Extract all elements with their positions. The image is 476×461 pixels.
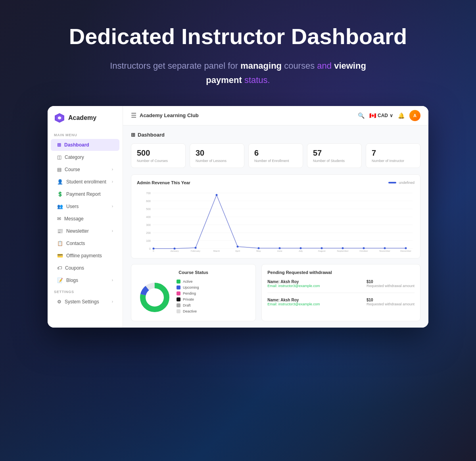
sidebar-item-dashboard[interactable]: ⊞ Dashboard bbox=[51, 139, 119, 151]
chevron-right-icon: › bbox=[112, 278, 113, 282]
main-content: ☰ Academy Learning Club 🔍 🇨🇦 CAD ∨ 🔔 A ⊞… bbox=[123, 106, 428, 328]
withdrawal-name: Name: Aksh Roy Email: instructor3@exampl… bbox=[267, 298, 320, 306]
private-color bbox=[177, 297, 180, 301]
svg-text:June: June bbox=[277, 250, 282, 252]
legend-label-private: Private bbox=[183, 297, 194, 301]
dropdown-arrow-icon: ∨ bbox=[390, 113, 393, 118]
sidebar-label: Message bbox=[64, 216, 84, 222]
svg-text:January: January bbox=[170, 250, 178, 252]
flag-icon: 🇨🇦 bbox=[369, 112, 376, 119]
sidebar-item-message[interactable]: ✉ Message bbox=[51, 213, 119, 225]
blogs-icon: 📝 bbox=[57, 278, 63, 283]
chart-svg: 700 600 500 400 300 200 100 0 0 January … bbox=[137, 189, 415, 253]
donut-legend-row: Active Upcoming Pending bbox=[137, 280, 250, 315]
sidebar-item-offline[interactable]: 💳 Offline payments bbox=[51, 250, 119, 262]
logo-icon bbox=[54, 112, 65, 123]
stats-row: 500 Number of Courses 30 Number of Lesso… bbox=[131, 143, 420, 168]
svg-text:March: March bbox=[213, 250, 220, 252]
currency-label: CAD bbox=[378, 113, 388, 118]
stat-label: Number of Courses bbox=[137, 159, 180, 163]
enrollment-icon: 👤 bbox=[57, 179, 63, 185]
logo-text: Academy bbox=[68, 114, 96, 122]
svg-text:December: December bbox=[400, 250, 411, 252]
sidebar-label: Coupons bbox=[65, 265, 84, 271]
sidebar-item-blogs[interactable]: 📝 Blogs › bbox=[51, 274, 119, 286]
legend-label-upcoming: Upcoming bbox=[183, 285, 199, 289]
sidebar-item-newsletter[interactable]: 📰 Newsletter › bbox=[51, 225, 119, 237]
stat-card-lessons: 30 Number of Lessons bbox=[190, 143, 244, 168]
withdrawal-card: Pending Requested withdrawal Name: Aksh … bbox=[261, 264, 420, 321]
sidebar-item-contacts[interactable]: 📋 Contacts bbox=[51, 237, 119, 249]
svg-point-32 bbox=[153, 247, 155, 249]
hero-bold1: managing bbox=[240, 61, 282, 71]
sidebar-item-category[interactable]: ◫ Category bbox=[51, 151, 119, 163]
chart-header: Admin Revenue This Year undefined bbox=[137, 180, 415, 185]
w-amount-label-1: Requested withdrawal amount bbox=[367, 284, 415, 288]
hamburger-icon[interactable]: ☰ bbox=[131, 112, 136, 119]
sidebar-item-payment[interactable]: 💲 Payment Report bbox=[51, 188, 119, 200]
svg-point-41 bbox=[342, 247, 344, 249]
sidebar-label: Offline payments bbox=[66, 253, 102, 258]
svg-point-34 bbox=[195, 247, 197, 249]
deactive-color bbox=[177, 309, 180, 313]
withdrawal-row: Name: Aksh Roy Email: instructor3@exampl… bbox=[267, 298, 415, 306]
sidebar-label: Course bbox=[65, 167, 80, 172]
sidebar-item-settings[interactable]: ⚙ System Settings › bbox=[51, 296, 119, 308]
payment-icon: 💲 bbox=[57, 191, 63, 197]
currency-selector[interactable]: 🇨🇦 CAD ∨ bbox=[369, 112, 393, 119]
svg-point-43 bbox=[384, 247, 386, 249]
svg-point-36 bbox=[237, 245, 239, 247]
withdrawal-item-1: Name: Aksh Roy Email: instructor3@exampl… bbox=[267, 280, 415, 293]
svg-text:September: September bbox=[337, 250, 348, 252]
legend-color-dot bbox=[388, 182, 396, 183]
sidebar-label: Blogs bbox=[66, 278, 78, 283]
header-title: Academy Learning Club bbox=[140, 112, 199, 118]
donut-svg bbox=[137, 280, 173, 315]
sidebar-item-course[interactable]: ▤ Course › bbox=[51, 164, 119, 176]
svg-text:100: 100 bbox=[146, 239, 151, 242]
pending-color bbox=[177, 291, 180, 295]
svg-text:0: 0 bbox=[153, 250, 154, 252]
dashboard-section-title: ⊞ Dashboard bbox=[131, 132, 420, 138]
sidebar-settings-label: SETTINGS bbox=[48, 287, 123, 295]
header-left: ☰ Academy Learning Club bbox=[131, 112, 199, 119]
bell-icon[interactable]: 🔔 bbox=[398, 112, 405, 119]
legend-item-private: Private bbox=[177, 297, 250, 301]
stat-label: Number of Instructor bbox=[372, 159, 415, 163]
search-icon[interactable]: 🔍 bbox=[358, 112, 365, 119]
legend-label-draft: Draft bbox=[183, 303, 191, 307]
sidebar-label: Contacts bbox=[66, 241, 85, 246]
course-icon: ▤ bbox=[57, 167, 61, 172]
sidebar-item-coupons[interactable]: 🏷 Coupons bbox=[51, 262, 119, 274]
chevron-right-icon: › bbox=[112, 299, 113, 304]
withdrawal-title: Pending Requested withdrawal bbox=[267, 270, 415, 275]
stat-value: 7 bbox=[372, 149, 415, 158]
offline-icon: 💳 bbox=[57, 253, 63, 258]
stat-label: Number of Lessons bbox=[196, 159, 238, 163]
w-name-2: Name: Aksh Roy bbox=[267, 298, 320, 302]
sidebar-label: Payment Report bbox=[66, 191, 101, 197]
hero-purple1: and bbox=[317, 61, 332, 71]
upcoming-color bbox=[177, 285, 180, 289]
chart-legend: undefined bbox=[388, 181, 415, 185]
svg-point-44 bbox=[405, 247, 407, 249]
sidebar-item-enrollment[interactable]: 👤 Student enrollment › bbox=[51, 176, 119, 188]
sidebar-label: Category bbox=[65, 154, 84, 160]
active-color bbox=[177, 280, 180, 284]
chevron-right-icon: › bbox=[112, 167, 113, 172]
svg-text:February: February bbox=[191, 250, 200, 252]
sidebar-item-users[interactable]: 👥 Users › bbox=[51, 201, 119, 212]
stat-label: Number of Enrollment bbox=[254, 159, 297, 163]
course-legend-list: Active Upcoming Pending bbox=[177, 280, 250, 315]
hero-purple2: status. bbox=[244, 75, 270, 85]
hero-subtitle: Instructors get separate panel for manag… bbox=[99, 59, 377, 87]
avatar[interactable]: A bbox=[409, 110, 420, 121]
grid-icon: ⊞ bbox=[131, 132, 135, 138]
dashboard-content: ⊞ Dashboard 500 Number of Courses 30 Num… bbox=[123, 125, 428, 328]
svg-text:November: November bbox=[379, 250, 390, 252]
svg-point-48 bbox=[147, 289, 163, 305]
w-name-1: Name: Aksh Roy bbox=[267, 280, 320, 284]
coupons-icon: 🏷 bbox=[57, 265, 62, 271]
header: ☰ Academy Learning Club 🔍 🇨🇦 CAD ∨ 🔔 A bbox=[123, 106, 428, 125]
sidebar: Academy MAIN MENU ⊞ Dashboard ◫ Category… bbox=[48, 106, 123, 328]
